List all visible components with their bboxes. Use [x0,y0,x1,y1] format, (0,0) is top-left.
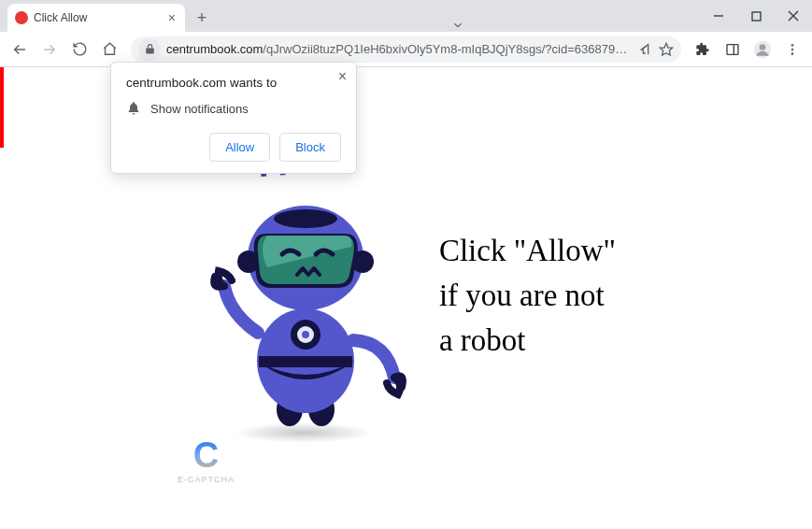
url-text: centrumbook.com/qJrwOzii8tuzPQ1IeH6bxivO… [166,42,633,56]
svg-point-22 [274,209,337,228]
captcha-badge: C E-CAPTCHA [178,437,235,484]
profile-icon[interactable] [748,36,776,64]
maximize-button[interactable] [737,0,775,32]
window-controls [700,0,812,32]
svg-rect-7 [727,44,738,54]
lock-icon[interactable] [138,38,161,61]
bell-icon [126,101,141,116]
svg-point-10 [760,44,766,50]
address-bar[interactable]: centrumbook.com/qJrwOzii8tuzPQ1IeH6bxivO… [131,36,681,63]
page-edge-accent [0,67,4,148]
instruction-text: Click "Allow" if you are not a robot [439,229,616,364]
svg-rect-1 [752,12,761,21]
permission-capability-row: Show notifications [126,101,341,116]
back-button[interactable] [6,36,34,64]
shadow-icon [234,422,374,443]
captcha-brand-label: E-CAPTCHA [178,475,235,484]
svg-point-13 [791,52,794,55]
kebab-menu-icon[interactable] [778,36,806,64]
permission-capability-label: Show notifications [150,102,249,116]
svg-point-11 [791,44,794,47]
svg-rect-17 [259,356,352,367]
page-content: × centrumbook.com wants to Show notifica… [0,67,812,529]
extensions-icon[interactable] [689,36,717,64]
allow-button[interactable]: Allow [209,133,270,162]
browser-titlebar: Click Allow × + [0,0,812,32]
bookmark-star-icon[interactable] [659,42,674,57]
close-window-button[interactable] [775,0,812,32]
forward-button[interactable] [36,36,64,64]
tab-search-icon[interactable] [439,19,477,32]
new-tab-button[interactable]: + [189,5,215,31]
notification-permission-dialog: × centrumbook.com wants to Show notifica… [110,62,357,174]
svg-marker-6 [660,43,672,55]
home-button[interactable] [95,36,123,64]
browser-tab[interactable]: Click Allow × [7,4,185,32]
close-dialog-icon[interactable]: × [335,66,350,87]
side-panel-icon[interactable] [719,36,747,64]
share-icon[interactable] [638,42,653,57]
svg-point-20 [302,331,309,338]
minimize-button[interactable] [700,0,737,32]
block-button[interactable]: Block [279,133,341,162]
svg-point-12 [791,48,794,50]
robot-illustration: ?? [196,142,411,450]
captcha-logo-icon: C [178,437,235,473]
permission-origin-text: centrumbook.com wants to [126,76,341,90]
reload-button[interactable] [65,36,93,64]
robot-icon [196,174,411,436]
favicon-icon [15,11,28,24]
tab-title: Click Allow [34,11,161,24]
close-tab-icon[interactable]: × [166,10,178,25]
